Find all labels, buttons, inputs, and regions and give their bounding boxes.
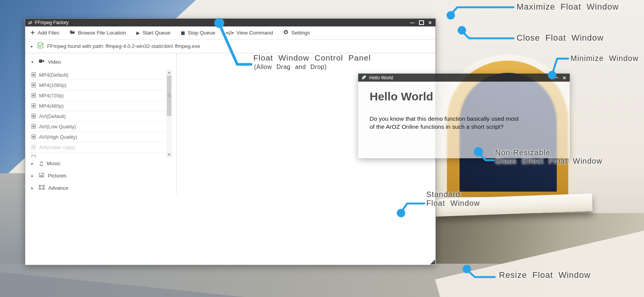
list-item-label: AVI(Default) bbox=[39, 113, 66, 119]
desktop: ⇄ FFmpeg Factory — × + Add Files Browse … bbox=[0, 0, 644, 297]
object-group-icon bbox=[39, 184, 45, 191]
hello-heading: Hello World bbox=[370, 90, 433, 103]
preset-list: MP4(Default) MP4(1080p) MP4(720p) MP4(48… bbox=[29, 70, 167, 158]
file-video-icon bbox=[31, 124, 36, 129]
list-item-label: AVI(Low Quality) bbox=[39, 124, 76, 130]
minimize-button[interactable]: — bbox=[410, 21, 414, 25]
annotation-control-panel: Float Window Control Panel bbox=[253, 53, 371, 62]
file-video-icon bbox=[31, 155, 36, 158]
arch-handle bbox=[462, 182, 465, 185]
exchange-icon: ⇄ bbox=[28, 20, 32, 25]
annotation-line: Glass Effect Float Window bbox=[495, 157, 602, 165]
toolbar-label: Browse File Location bbox=[78, 30, 126, 36]
leaf-icon bbox=[361, 75, 367, 81]
video-camera-icon bbox=[39, 59, 44, 65]
annotation-close: Close Float Window bbox=[517, 33, 604, 42]
settings-button[interactable]: Settings bbox=[283, 30, 310, 36]
toolbar-label: Add Files bbox=[38, 30, 59, 36]
toolbar: + Add Files Browse File Location ▶ Start… bbox=[25, 26, 435, 39]
annotation-line: Float Window bbox=[426, 199, 480, 208]
window-controls: — × bbox=[410, 20, 435, 25]
tree-node-label: Music bbox=[47, 161, 60, 166]
file-video-icon bbox=[31, 113, 36, 119]
start-queue-button[interactable]: ▶ Start Queue bbox=[136, 30, 170, 36]
file-video-icon bbox=[31, 82, 36, 88]
list-item-partial[interactable] bbox=[29, 153, 167, 158]
toolbar-label: Start Queue bbox=[142, 30, 170, 36]
stop-icon: ■ bbox=[181, 31, 185, 35]
list-item-label: MP4(Default) bbox=[39, 72, 68, 78]
view-command-button[interactable]: </> View Command bbox=[226, 30, 273, 36]
annotation-line: Non-Resizable bbox=[495, 148, 602, 157]
list-item[interactable]: AVI(Low Quality) bbox=[29, 121, 167, 132]
window-controls: — × bbox=[554, 75, 570, 80]
list-item-label: AVI(codec copy) bbox=[39, 144, 75, 150]
file-video-icon bbox=[31, 144, 36, 150]
gear-icon bbox=[283, 30, 289, 36]
list-item[interactable]: AVI(Default) bbox=[29, 111, 167, 121]
code-icon: </> bbox=[226, 31, 234, 35]
annotation-control-panel-sub: (Allow Drag and Drop) bbox=[254, 62, 327, 71]
toolbar-label: Stop Queue bbox=[188, 30, 215, 36]
minimize-button[interactable]: — bbox=[554, 75, 558, 80]
scroll-down-button[interactable]: ▼ bbox=[166, 152, 172, 158]
caret-right-icon: ▸ bbox=[31, 161, 35, 166]
paragraph-line: of the ArOZ Online functions in such a s… bbox=[370, 123, 518, 131]
maximize-button[interactable] bbox=[419, 20, 424, 25]
tree-node-label: Video bbox=[48, 59, 61, 65]
add-files-button[interactable]: + Add Files bbox=[30, 30, 59, 36]
list-item-label: AVI(High Quality) bbox=[39, 134, 77, 140]
music-note-icon: ♫ bbox=[39, 161, 44, 166]
file-video-icon bbox=[31, 103, 36, 108]
tree-node-pictures[interactable]: ▸ Pictures bbox=[31, 172, 67, 179]
annotation-standard: Standard Float Window bbox=[426, 190, 480, 208]
status-bar[interactable]: ▸ FFmpeg found with path: ffmpeg-4.0.2-w… bbox=[25, 39, 435, 53]
hello-paragraph: Do you know that this demo function basi… bbox=[370, 115, 518, 131]
browse-file-location-button[interactable]: Browse File Location bbox=[70, 30, 126, 36]
tree-node-label: Pictures bbox=[48, 173, 67, 179]
toolbar-label: Settings bbox=[291, 30, 310, 36]
panel-divider bbox=[176, 53, 177, 194]
list-item-disabled[interactable]: AVI(codec copy) bbox=[29, 142, 167, 153]
hello-world-window: Hello World — × Hello World Do you know … bbox=[358, 74, 570, 158]
list-item[interactable]: MP4(720p) bbox=[29, 90, 167, 101]
list-scrollbar[interactable]: ▲ ▼ bbox=[166, 70, 172, 158]
annotation-line: Standard bbox=[426, 190, 480, 199]
annotation-glass: Non-Resizable Glass Effect Float Window bbox=[495, 148, 602, 165]
tree-node-music[interactable]: ▸ ♫ Music bbox=[31, 161, 60, 166]
caret-right-icon: ▸ bbox=[31, 174, 35, 178]
stop-queue-button[interactable]: ■ Stop Queue bbox=[181, 30, 215, 36]
tree-node-advance[interactable]: ▸ Advance bbox=[31, 184, 68, 191]
file-video-icon bbox=[31, 134, 36, 139]
file-video-icon bbox=[31, 72, 36, 77]
hello-titlebar[interactable]: Hello World — × bbox=[358, 74, 570, 82]
close-button[interactable]: × bbox=[429, 20, 432, 25]
scrollbar-thumb[interactable] bbox=[167, 75, 171, 116]
plus-icon: + bbox=[30, 30, 35, 36]
resize-handle[interactable] bbox=[430, 259, 435, 264]
caret-right-icon: ▸ bbox=[31, 186, 35, 190]
picture-icon bbox=[39, 172, 44, 179]
list-item-label: MP4(480p) bbox=[39, 103, 64, 109]
check-square-icon bbox=[37, 43, 47, 50]
list-item[interactable]: MP4(480p) bbox=[29, 101, 167, 111]
list-item-label: MP4(720p) bbox=[39, 93, 64, 98]
window-title: Hello World bbox=[369, 75, 393, 80]
hello-body: Hello World Do you know that this demo f… bbox=[358, 82, 570, 158]
play-icon: ▶ bbox=[136, 31, 140, 35]
ffmpeg-titlebar[interactable]: ⇄ FFmpeg Factory — × bbox=[25, 19, 435, 26]
list-item-label: MP4(1080p) bbox=[39, 82, 67, 88]
annotation-minimize: Minimize Window bbox=[571, 54, 639, 63]
caret-down-icon: ▾ bbox=[31, 60, 35, 64]
list-item[interactable]: AVI(High Quality) bbox=[29, 132, 167, 142]
close-button[interactable]: × bbox=[563, 75, 566, 80]
tree-node-video[interactable]: ▾ Video bbox=[31, 59, 61, 65]
annotation-resize: Resize Float Window bbox=[499, 271, 591, 279]
file-video-icon bbox=[31, 93, 36, 98]
list-item[interactable]: MP4(1080p) bbox=[29, 80, 167, 90]
status-text: FFmpeg found with path: ffmpeg-4.0.2-win… bbox=[47, 43, 200, 49]
paragraph-line: Do you know that this demo function basi… bbox=[370, 115, 518, 123]
list-item[interactable]: MP4(Default) bbox=[29, 70, 167, 80]
folder-open-icon bbox=[70, 30, 75, 36]
scroll-up-button[interactable]: ▲ bbox=[166, 70, 172, 75]
